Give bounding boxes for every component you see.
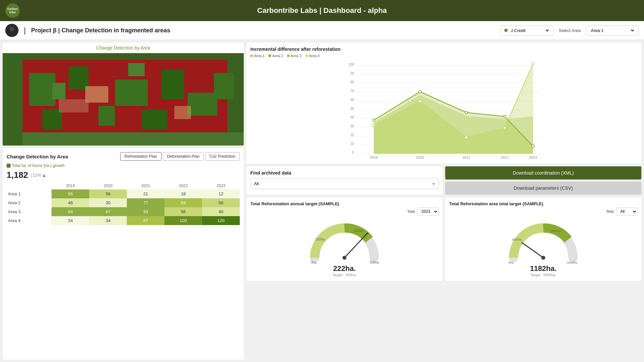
svg-rect-19 (3, 53, 22, 146)
svg-rect-6 (115, 80, 148, 106)
col-header-2019: 2019 (52, 182, 89, 189)
svg-text:30: 30 (350, 124, 354, 128)
row-label: Area 2 (7, 198, 52, 207)
svg-text:90: 90 (350, 72, 354, 75)
archive-title: Find archived data (250, 170, 439, 176)
dot-area1 (503, 115, 506, 118)
legend-label-area4: Area 4 (309, 54, 319, 58)
svg-rect-8 (188, 93, 217, 116)
map-svg (3, 53, 244, 146)
total-gauge-value: 1182ha. (530, 264, 557, 273)
archive-select[interactable]: All 2019 2020 2021 2022 2023 (250, 178, 439, 189)
dot-area4 (465, 136, 468, 139)
chart-legend: Area 1 Area 2 Area 3 Area 4 (250, 54, 637, 58)
stat-row: Total ha. of forest (ha.) growth (7, 163, 240, 168)
download-csv-button[interactable]: Download parameters (CSV) (445, 181, 641, 195)
change-detection-map-card: Change Detection by Area (3, 43, 244, 146)
dot-area1 (532, 145, 534, 148)
cell: 56 (164, 207, 202, 216)
annual-gauge-target: Target : 250ha. (332, 273, 356, 277)
legend-dot-area4 (305, 54, 308, 57)
svg-text:2020: 2020 (416, 155, 424, 159)
cell: 120 (202, 216, 240, 225)
cell: 100 (164, 216, 202, 225)
co2-prediction-button[interactable]: Co2 Prediction (205, 152, 240, 161)
annual-gauge-card: Total Reforestation annual target (SAMPL… (246, 197, 443, 281)
annual-gauge-title: Total Reforestation annual target (SAMPL… (250, 201, 439, 206)
svg-rect-15 (85, 86, 108, 103)
table-row: Area 2 46 30 77 69 50 (7, 198, 240, 207)
svg-line-57 (522, 243, 543, 258)
cell: 50 (202, 198, 240, 207)
legend-item-area4: Area 4 (305, 54, 319, 58)
download-section: Download coordination (XML) Download par… (445, 166, 641, 195)
row-label: Area 3 (7, 207, 52, 216)
cell: 77 (127, 198, 164, 207)
archive-dropdown-wrapper: All 2019 2020 2021 2022 2023 (250, 178, 439, 189)
arrow-up-icon: ▲ (42, 173, 47, 178)
svg-rect-11 (141, 109, 168, 129)
table-row: Area 1 86 56 21 18 12 (7, 189, 240, 198)
reforestation-plan-button[interactable]: Reforestation Plan (120, 152, 161, 161)
svg-text:2022: 2022 (501, 155, 509, 159)
svg-text:70: 70 (350, 89, 354, 93)
area2-fill (374, 95, 533, 154)
dot-area4 (532, 62, 534, 65)
svg-rect-7 (161, 70, 184, 99)
heatmap-table: 2019 2020 2021 2022 2023 Area 1 86 56 21 (7, 182, 240, 225)
table-row: Area 4 24 34 67 100 120 (7, 216, 240, 225)
dot-area1 (373, 119, 375, 121)
header-title: Carbontribe Labs | Dashboard - alpha (257, 6, 387, 15)
svg-text:0: 0 (352, 151, 354, 154)
cell: 30 (89, 198, 127, 207)
cell: 46 (52, 198, 89, 207)
svg-rect-16 (174, 106, 191, 119)
annual-gauge-value: 222ha. (333, 264, 356, 273)
annual-year-select[interactable]: 2023 2022 2021 2020 2019 (417, 208, 439, 215)
col-header-2023: 2023 (202, 182, 240, 189)
col-header-empty (7, 182, 52, 189)
dot-area4 (373, 124, 375, 127)
total-gauge-title: Total Reforestation area total target (S… (449, 201, 637, 206)
dot-area4 (503, 126, 506, 129)
svg-text:2019: 2019 (370, 155, 378, 159)
legend-label-area2: Area 2 (272, 54, 283, 58)
main-content: Change Detection by Area (0, 40, 644, 362)
annual-gauge-container: 0ha. 150ha. 250ha. 300ha. 222ha. Target … (250, 218, 439, 277)
svg-rect-12 (214, 73, 234, 99)
total-gauge-container: 0ha. 3000ha. 5000ha. 6000ha. 1182ha. Tar… (449, 218, 637, 277)
annual-gauge-controls: Year 2023 2022 2021 2020 2019 (250, 208, 439, 215)
dot-area1 (419, 90, 421, 93)
credit-dropdown[interactable]: J Credit (501, 25, 554, 36)
legend-label-area3: Area 3 (291, 54, 301, 58)
chart-title: Incremental difference after reforestati… (250, 47, 637, 52)
data-table-header: Change Detection by Area Reforestation P… (7, 152, 240, 161)
svg-text:3000ha.: 3000ha. (512, 238, 522, 241)
svg-text:20: 20 (350, 133, 354, 137)
deforestation-plan-button[interactable]: Deforestation Plan (163, 152, 204, 161)
svg-text:6000ha.: 6000ha. (567, 261, 578, 264)
total-year-select[interactable]: All 2023 2022 2021 2020 2019 (616, 208, 637, 215)
gauge-row: Total Reforestation annual target (SAMPL… (246, 197, 641, 281)
row-label: Area 1 (7, 189, 52, 198)
download-xml-button[interactable]: Download coordination (XML) (445, 166, 641, 180)
svg-text:2021: 2021 (462, 155, 470, 159)
stat-value-row: 1,182 | 12% ▲ (7, 170, 240, 180)
svg-rect-18 (3, 132, 244, 146)
header: Carbon tribe Carbontribe Labs | Dashboar… (0, 0, 644, 21)
dot-area4 (419, 100, 421, 103)
cell: 69 (164, 198, 202, 207)
svg-point-1 (10, 27, 14, 31)
line-chart-svg: 0 10 20 30 40 50 60 70 80 90 100 (250, 60, 637, 159)
area-select[interactable]: Area 1 Area 2 Area 3 Area 4 (590, 28, 635, 33)
cell: 12 (202, 189, 240, 198)
cell: 86 (52, 189, 89, 198)
project-title: Project β | Change Detection in fragment… (31, 27, 495, 34)
svg-text:60: 60 (350, 98, 354, 102)
credit-select[interactable]: J Credit (510, 28, 550, 33)
sub-header: | Project β | Change Detection in fragme… (0, 21, 644, 40)
stat-label: Total ha. of forest (ha.) growth (7, 163, 64, 168)
svg-text:0ha.: 0ha. (508, 261, 514, 264)
legend-dot-area1 (250, 54, 253, 57)
area-dropdown[interactable]: Area 1 Area 2 Area 3 Area 4 (586, 25, 639, 36)
